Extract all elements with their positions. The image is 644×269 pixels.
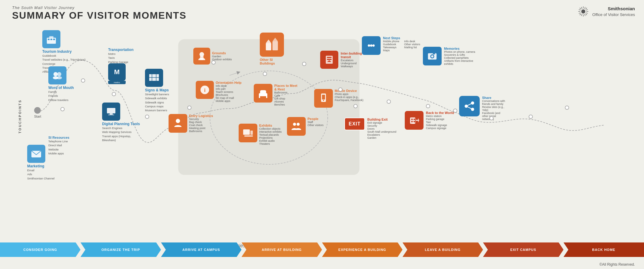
svg-rect-43 <box>327 57 331 58</box>
svg-point-61 <box>370 44 372 47</box>
nav-experience-building[interactable]: EXPERIENCE A BUILDING <box>322 242 403 257</box>
nav-leave-building[interactable]: LEAVE A BUILDING <box>403 242 483 257</box>
share-box: Share Conversations withfriends and fami… <box>459 96 505 121</box>
svg-rect-52 <box>243 129 250 135</box>
smithsonian-text: Smithsonian Office of Visitor Services <box>592 5 635 17</box>
path-dot-6 <box>338 87 343 92</box>
nav-arrive-building[interactable]: ARRIVE AT BUILDING <box>242 242 322 257</box>
exit-sign-icon: EXIT <box>344 118 365 130</box>
svg-rect-72 <box>412 123 414 124</box>
orientation-icon: i <box>196 81 214 99</box>
nav-organize-trip[interactable]: ORGANIZE THE TRIP <box>81 242 161 257</box>
nav-consider-going[interactable]: CONSIDER GOING <box>0 242 81 257</box>
svg-rect-51 <box>266 96 267 98</box>
path-dot-11 <box>489 116 494 120</box>
path-dot-inter <box>302 62 306 66</box>
back-to-world-label: Back to the World <box>426 111 454 115</box>
next-steps-icon <box>362 36 381 55</box>
path-dot-grounds <box>211 60 216 65</box>
signs-maps-icon <box>145 69 163 87</box>
svg-line-16 <box>581 14 582 16</box>
path-dot-5 <box>187 106 192 110</box>
svg-rect-69 <box>414 119 415 120</box>
svg-rect-22 <box>48 39 50 40</box>
svg-rect-23 <box>50 39 52 40</box>
header-subtitle: The South Mall Visitor Journey <box>12 5 187 10</box>
places-rest-label: Places to Meet& Rest <box>274 84 297 91</box>
svg-rect-66 <box>433 53 435 55</box>
entry-logistics-icon <box>169 114 187 133</box>
svg-text:i: i <box>204 87 206 93</box>
share-icon <box>459 96 480 116</box>
nav-arrive-campus[interactable]: ARRIVE AT CAMPUS <box>161 242 242 257</box>
nav-back-home[interactable]: BACK HOME <box>564 242 644 257</box>
path-dot-3 <box>112 92 116 96</box>
signs-maps-box: Signs & Maps Streetlight bannersSidewalk… <box>145 69 169 112</box>
grounds-label: Grounds <box>212 51 232 55</box>
si-resources-sub: Telephone LineDirect MailWebsiteMobile a… <box>48 139 68 155</box>
svg-rect-71 <box>414 121 415 122</box>
svg-rect-24 <box>53 39 55 40</box>
copyright: ©All Rights Reserved. <box>599 262 635 267</box>
word-of-mouth-label: Word of Mouth <box>48 86 74 90</box>
building-exit-label: Building Exit <box>367 118 396 121</box>
mobile-device-icon <box>314 89 333 108</box>
digital-planning-label: Digital Planning Tools <box>102 122 140 126</box>
svg-marker-40 <box>266 40 271 43</box>
path-dot-1 <box>60 107 65 111</box>
signs-maps-sub: Streetlight bannersSidewalk exhibitsSide… <box>145 92 169 112</box>
back-to-world-icon <box>405 111 423 130</box>
svg-rect-31 <box>110 113 113 115</box>
other-si-box: Other SI Buildings <box>260 33 284 65</box>
svg-point-62 <box>372 44 375 47</box>
path-dot-2 <box>81 78 85 83</box>
smithsonian-sunburst-icon <box>577 5 589 17</box>
svg-line-78 <box>466 103 473 106</box>
digital-planning-box: Digital Planning Tools Search EnginesWeb… <box>102 103 140 142</box>
svg-rect-38 <box>266 43 271 50</box>
svg-line-7 <box>585 8 587 9</box>
grounds-icon <box>193 48 210 65</box>
svg-point-0 <box>581 9 585 13</box>
svg-point-56 <box>297 123 300 126</box>
svg-point-26 <box>57 72 61 76</box>
svg-line-13 <box>581 7 582 9</box>
svg-marker-41 <box>272 38 278 41</box>
share-sub: Conversations withfriends and familyRevi… <box>482 100 505 121</box>
start-label: Start <box>34 115 41 118</box>
touchpoints-label: TOUCHPOINTS <box>18 100 22 134</box>
svg-line-11 <box>579 13 581 14</box>
places-rest-sub: BathroomsCafeGift shopAlcovesBenches <box>274 91 297 106</box>
svg-point-60 <box>368 44 370 47</box>
svg-point-48 <box>176 119 180 123</box>
svg-rect-73 <box>416 120 418 121</box>
exhibits-icon <box>239 124 257 142</box>
svg-rect-21 <box>49 36 53 39</box>
digital-planning-icon <box>102 103 120 121</box>
path-dot-4 <box>145 115 149 119</box>
si-resources-box: SI Resources Telephone LineDirect MailWe… <box>48 136 69 155</box>
orientation-help-box: i Orientation Help Info deskInfo cartTou… <box>196 81 242 103</box>
inter-building-icon <box>320 51 338 69</box>
people-box: People StaffOther visitors <box>287 117 324 136</box>
people-icon <box>287 117 306 136</box>
svg-rect-44 <box>327 59 331 60</box>
svg-rect-50 <box>259 96 260 98</box>
mobile-device-sub: Photo appsCheck-in apps (e.g.,FourSquare… <box>335 93 363 102</box>
exhibits-label: Exhibits <box>259 124 282 127</box>
marketing-label: Marketing <box>27 164 44 168</box>
transportation-label: Transportation <box>108 48 134 52</box>
metro-icon-box: M metro <box>108 63 126 84</box>
svg-rect-32 <box>108 115 114 115</box>
header: The South Mall Visitor Journey SUMMARY O… <box>12 5 187 21</box>
marketing-sub: EmailAdsSmithsonian Channel <box>27 168 54 180</box>
nav-exit-campus[interactable]: EXIT CAMPUS <box>483 242 564 257</box>
tourism-label: Tourism Industry <box>42 49 72 54</box>
svg-line-9 <box>579 9 581 10</box>
si-resources-label: SI Resources <box>48 136 69 139</box>
svg-line-6 <box>585 14 587 15</box>
svg-point-25 <box>53 72 58 76</box>
entry-logistics-sub: SecurityBag checkCoat checkMeeting point… <box>189 118 213 133</box>
word-of-mouth-box: Word of Mouth FamilyFriendsFellow travel… <box>48 66 74 102</box>
orientation-sub: Info deskInfo cartTouch screensBrochures… <box>216 84 242 103</box>
